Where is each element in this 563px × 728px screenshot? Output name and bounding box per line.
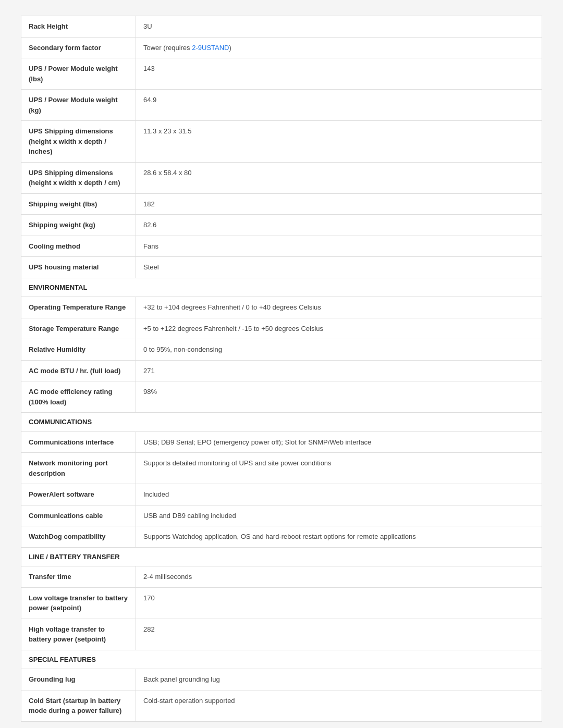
spec-value: 271 <box>136 360 542 381</box>
spec-value: Back panel grounding lug <box>136 669 542 690</box>
spec-label: UPS Shipping dimensions (height x width … <box>21 121 136 163</box>
section-header-row: COMMUNICATIONS <box>21 413 542 432</box>
spec-row: UPS housing materialSteel <box>21 257 542 278</box>
spec-value: USB; DB9 Serial; EPO (emergency power of… <box>136 431 542 453</box>
spec-value: 64.9 <box>136 90 542 121</box>
spec-row: UPS / Power Module weight (lbs)143 <box>21 58 542 90</box>
spec-row: PowerAlert softwareIncluded <box>21 484 542 505</box>
spec-value: 82.6 <box>136 215 542 236</box>
spec-value: 282 <box>136 619 542 650</box>
specs-table: Rack Height3USecondary form factorTower … <box>21 16 542 722</box>
spec-label: Secondary form factor <box>21 37 136 58</box>
spec-label: Relative Humidity <box>21 339 136 361</box>
spec-label: WatchDog compatibility <box>21 526 136 548</box>
spec-row: Cooling methodFans <box>21 236 542 257</box>
spec-row: High voltage transfer to battery power (… <box>21 619 542 650</box>
spec-value: Included <box>136 484 542 505</box>
spec-label: Storage Temperature Range <box>21 318 136 339</box>
spec-value: Tower (requires 2-9USTAND) <box>136 37 542 58</box>
spec-label: Low voltage transfer to battery power (s… <box>21 587 136 619</box>
spec-label: UPS / Power Module weight (kg) <box>21 90 136 121</box>
spec-value: Fans <box>136 236 542 257</box>
section-header-label: SPECIAL FEATURES <box>21 650 542 669</box>
spec-label: Communications interface <box>21 431 136 453</box>
spec-row: AC mode BTU / hr. (full load)271 <box>21 360 542 381</box>
spec-value: +32 to +104 degrees Fahrenheit / 0 to +4… <box>136 297 542 318</box>
spec-label: Shipping weight (lbs) <box>21 193 136 215</box>
spec-label: High voltage transfer to battery power (… <box>21 619 136 650</box>
section-header-row: ENVIRONMENTAL <box>21 278 542 297</box>
spec-row: Rack Height3U <box>21 16 542 38</box>
spec-row: Operating Temperature Range+32 to +104 d… <box>21 297 542 318</box>
section-header-label: LINE / BATTERY TRANSFER <box>21 547 542 566</box>
spec-value: 170 <box>136 587 542 619</box>
spec-value: 98% <box>136 381 542 413</box>
spec-row: Network monitoring port descriptionSuppo… <box>21 453 542 484</box>
section-header-row: SPECIAL FEATURES <box>21 650 542 669</box>
spec-row: UPS Shipping dimensions (height x width … <box>21 121 542 163</box>
spec-value: 3U <box>136 16 542 38</box>
spec-label: Operating Temperature Range <box>21 297 136 318</box>
spec-row: Secondary form factorTower (requires 2-9… <box>21 37 542 58</box>
spec-label: Transfer time <box>21 566 136 588</box>
spec-value: 28.6 x 58.4 x 80 <box>136 162 542 193</box>
spec-row: Shipping weight (kg)82.6 <box>21 215 542 236</box>
spec-value: 182 <box>136 193 542 215</box>
spec-label: Cold Start (startup in battery mode duri… <box>21 690 136 721</box>
spec-row: Low voltage transfer to battery power (s… <box>21 587 542 619</box>
spec-value: 2-4 milliseconds <box>136 566 542 588</box>
spec-row: Cold Start (startup in battery mode duri… <box>21 690 542 721</box>
spec-label: UPS Shipping dimensions (height x width … <box>21 162 136 193</box>
spec-label: AC mode BTU / hr. (full load) <box>21 360 136 381</box>
spec-row: Transfer time2-4 milliseconds <box>21 566 542 588</box>
spec-label: UPS / Power Module weight (lbs) <box>21 58 136 90</box>
spec-row: Communications cableUSB and DB9 cabling … <box>21 505 542 526</box>
spec-row: Grounding lugBack panel grounding lug <box>21 669 542 690</box>
spec-label: Cooling method <box>21 236 136 257</box>
spec-value: Cold-start operation supported <box>136 690 542 721</box>
spec-row: UPS / Power Module weight (kg)64.9 <box>21 90 542 121</box>
spec-row: Relative Humidity0 to 95%, non-condensin… <box>21 339 542 361</box>
section-header-label: ENVIRONMENTAL <box>21 278 542 297</box>
spec-row: UPS Shipping dimensions (height x width … <box>21 162 542 193</box>
section-header-row: LINE / BATTERY TRANSFER <box>21 547 542 566</box>
spec-row: AC mode efficiency rating (100% load)98% <box>21 381 542 413</box>
spec-value: Steel <box>136 257 542 278</box>
spec-value: Supports Watchdog application, OS and ha… <box>136 526 542 548</box>
spec-value: 0 to 95%, non-condensing <box>136 339 542 361</box>
spec-label: AC mode efficiency rating (100% load) <box>21 381 136 413</box>
spec-link[interactable]: 2-9USTAND <box>192 44 229 52</box>
spec-label: Grounding lug <box>21 669 136 690</box>
spec-label: PowerAlert software <box>21 484 136 505</box>
spec-value: +5 to +122 degrees Fahrenheit / -15 to +… <box>136 318 542 339</box>
spec-value: Supports detailed monitoring of UPS and … <box>136 453 542 484</box>
spec-label: Shipping weight (kg) <box>21 215 136 236</box>
spec-value: 143 <box>136 58 542 90</box>
spec-row: Communications interfaceUSB; DB9 Serial;… <box>21 431 542 453</box>
spec-label: UPS housing material <box>21 257 136 278</box>
spec-row: WatchDog compatibilitySupports Watchdog … <box>21 526 542 548</box>
spec-label: Communications cable <box>21 505 136 526</box>
spec-label: Network monitoring port description <box>21 453 136 484</box>
spec-value: 11.3 x 23 x 31.5 <box>136 121 542 163</box>
spec-row: Shipping weight (lbs)182 <box>21 193 542 215</box>
section-header-label: COMMUNICATIONS <box>21 413 542 432</box>
spec-row: Storage Temperature Range+5 to +122 degr… <box>21 318 542 339</box>
spec-value: USB and DB9 cabling included <box>136 505 542 526</box>
spec-label: Rack Height <box>21 16 136 38</box>
